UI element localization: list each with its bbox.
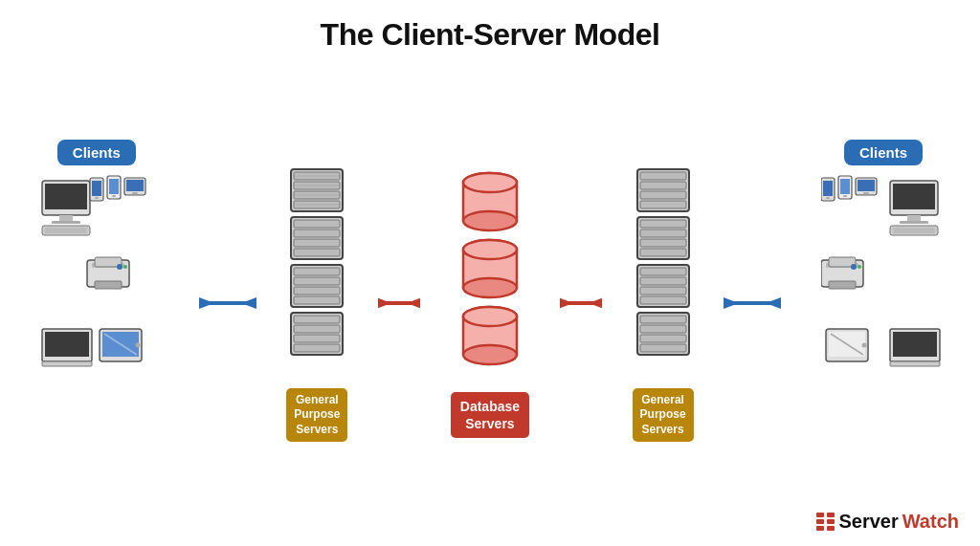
svg-rect-52 bbox=[294, 344, 340, 352]
svg-rect-7 bbox=[92, 181, 101, 196]
svg-rect-112 bbox=[900, 221, 928, 224]
svg-rect-82 bbox=[640, 249, 686, 256]
svg-rect-18 bbox=[95, 281, 122, 289]
svg-rect-77 bbox=[640, 201, 686, 208]
svg-point-71 bbox=[463, 307, 517, 326]
svg-rect-92 bbox=[640, 344, 686, 352]
left-gp-servers-section: GeneralPurposeServers bbox=[286, 164, 347, 443]
logo-dot-2 bbox=[827, 513, 835, 517]
right-clients-badge: Clients bbox=[844, 140, 923, 165]
left-blue-arrow bbox=[199, 289, 256, 317]
right-gp-label: GeneralPurposeServers bbox=[633, 388, 694, 443]
svg-rect-50 bbox=[294, 325, 340, 333]
svg-rect-96 bbox=[826, 197, 830, 199]
logo-server-text: Server bbox=[838, 511, 898, 533]
svg-rect-45 bbox=[294, 277, 340, 285]
svg-rect-87 bbox=[640, 296, 686, 304]
svg-rect-114 bbox=[893, 228, 935, 233]
svg-rect-49 bbox=[294, 316, 340, 323]
svg-rect-41 bbox=[294, 239, 340, 247]
database-servers-section: DatabaseServers bbox=[451, 168, 529, 438]
right-clients-section: Clients bbox=[812, 140, 955, 468]
svg-rect-81 bbox=[640, 239, 686, 247]
logo-dot-6 bbox=[827, 526, 835, 531]
svg-point-19 bbox=[117, 264, 122, 270]
logo-watch-text: Watch bbox=[902, 511, 959, 533]
right-red-arrow bbox=[560, 289, 602, 317]
left-clients-badge: Clients bbox=[57, 140, 136, 165]
svg-rect-106 bbox=[829, 281, 856, 289]
right-gp-server-racks bbox=[633, 164, 694, 384]
svg-rect-90 bbox=[640, 325, 686, 333]
svg-rect-101 bbox=[858, 180, 875, 191]
svg-rect-91 bbox=[640, 335, 686, 342]
svg-rect-42 bbox=[294, 249, 340, 256]
svg-rect-74 bbox=[640, 172, 686, 180]
diagram: Clients bbox=[0, 60, 980, 546]
right-client-devices bbox=[821, 171, 946, 468]
svg-rect-102 bbox=[863, 192, 869, 194]
svg-point-70 bbox=[463, 345, 517, 364]
svg-rect-86 bbox=[640, 287, 686, 295]
svg-point-58 bbox=[463, 211, 517, 230]
svg-rect-117 bbox=[890, 361, 940, 366]
svg-rect-110 bbox=[893, 184, 935, 209]
svg-rect-8 bbox=[95, 197, 99, 199]
svg-point-27 bbox=[135, 342, 140, 347]
svg-rect-5 bbox=[45, 228, 87, 233]
svg-rect-76 bbox=[640, 191, 686, 199]
svg-rect-1 bbox=[45, 184, 87, 209]
svg-rect-10 bbox=[109, 179, 119, 194]
database-cylinders bbox=[452, 168, 528, 388]
svg-rect-44 bbox=[294, 268, 340, 275]
svg-point-107 bbox=[851, 264, 857, 270]
page: The Client-Server Model Clients bbox=[0, 0, 980, 546]
svg-point-121 bbox=[862, 342, 867, 347]
svg-rect-47 bbox=[294, 296, 340, 304]
svg-rect-111 bbox=[907, 215, 921, 221]
svg-rect-84 bbox=[640, 268, 686, 275]
svg-rect-13 bbox=[126, 180, 144, 191]
left-clients-section: Clients bbox=[25, 140, 168, 468]
svg-rect-46 bbox=[294, 287, 340, 295]
svg-rect-95 bbox=[823, 181, 833, 196]
left-client-devices bbox=[34, 171, 159, 468]
logo-dot-4 bbox=[827, 519, 835, 524]
svg-rect-85 bbox=[640, 277, 686, 285]
left-gp-label: GeneralPurposeServers bbox=[286, 388, 347, 443]
svg-rect-2 bbox=[59, 215, 73, 221]
serverwatch-logo: Server Watch bbox=[816, 511, 959, 533]
svg-rect-75 bbox=[640, 182, 686, 189]
svg-point-65 bbox=[463, 240, 517, 259]
svg-rect-39 bbox=[294, 220, 340, 228]
svg-rect-11 bbox=[112, 195, 116, 197]
svg-rect-80 bbox=[640, 229, 686, 237]
svg-rect-79 bbox=[640, 220, 686, 228]
right-gp-servers-section: GeneralPurposeServers bbox=[633, 164, 694, 443]
svg-rect-40 bbox=[294, 229, 340, 237]
page-title: The Client-Server Model bbox=[321, 17, 660, 53]
svg-point-64 bbox=[463, 278, 517, 297]
svg-point-20 bbox=[123, 265, 127, 269]
svg-rect-116 bbox=[893, 332, 937, 357]
left-red-arrow bbox=[378, 289, 420, 317]
svg-point-108 bbox=[858, 265, 861, 269]
logo-dot-5 bbox=[816, 526, 824, 531]
logo-icon bbox=[816, 513, 835, 531]
logo-dot-3 bbox=[816, 519, 824, 524]
svg-rect-14 bbox=[132, 192, 138, 194]
svg-rect-99 bbox=[843, 195, 847, 197]
svg-rect-3 bbox=[52, 221, 80, 224]
svg-rect-23 bbox=[42, 361, 92, 366]
right-blue-arrow bbox=[724, 289, 781, 317]
svg-rect-89 bbox=[640, 316, 686, 323]
db-label: DatabaseServers bbox=[451, 392, 529, 438]
logo-dot-1 bbox=[816, 513, 824, 517]
svg-rect-51 bbox=[294, 335, 340, 342]
svg-rect-98 bbox=[840, 179, 850, 194]
left-gp-server-racks bbox=[286, 164, 347, 384]
svg-point-59 bbox=[463, 173, 517, 192]
svg-rect-22 bbox=[45, 332, 89, 357]
